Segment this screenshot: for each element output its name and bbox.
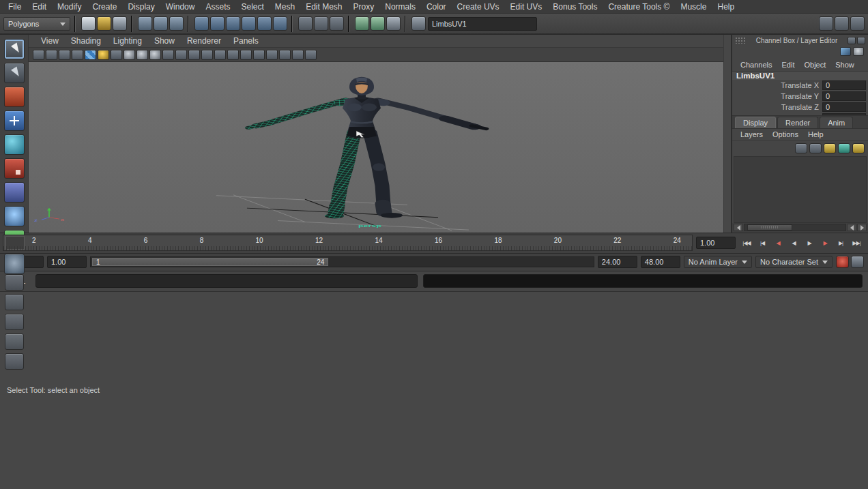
panel-splitter[interactable] bbox=[723, 35, 732, 233]
snap-curve-icon[interactable] bbox=[210, 16, 225, 31]
persp-graph-layout-icon[interactable] bbox=[5, 334, 24, 350]
channelbox-menu-show[interactable]: Show bbox=[831, 60, 858, 70]
playback-start-field[interactable]: 1.00 bbox=[47, 256, 87, 268]
menu-help[interactable]: Help bbox=[712, 1, 740, 13]
snapshot-icon[interactable] bbox=[305, 50, 317, 60]
quality-medium-icon[interactable] bbox=[136, 50, 148, 60]
channel-label[interactable]: Translate Z bbox=[732, 103, 822, 111]
anim-layer-dropdown[interactable]: No Anim Layer bbox=[684, 256, 752, 268]
smooth-shade-icon[interactable] bbox=[46, 50, 57, 60]
textured-icon[interactable] bbox=[85, 50, 96, 60]
animation-end-field[interactable]: 48.00 bbox=[641, 256, 680, 268]
channelbox-menu-edit[interactable]: Edit bbox=[777, 60, 798, 70]
menu-edit-mesh[interactable]: Edit Mesh bbox=[300, 1, 347, 13]
menu-proxy[interactable]: Proxy bbox=[348, 1, 380, 13]
create-empty-layer-icon[interactable] bbox=[824, 143, 836, 153]
resolution-gate-icon[interactable] bbox=[214, 50, 226, 60]
flat-shade-icon[interactable] bbox=[59, 50, 70, 60]
snap-plane-icon[interactable] bbox=[242, 16, 256, 31]
sync-layers-icon[interactable] bbox=[795, 143, 807, 153]
scroll-track[interactable] bbox=[744, 224, 846, 231]
last-tool-icon[interactable] bbox=[4, 254, 25, 274]
field-chart-icon[interactable] bbox=[240, 50, 252, 60]
paint-select-tool-icon[interactable] bbox=[4, 87, 25, 107]
viewport[interactable]: x z persp bbox=[29, 62, 723, 233]
panel-menu-panels[interactable]: Panels bbox=[228, 35, 264, 46]
channel-label[interactable]: Translate Y bbox=[732, 92, 822, 100]
current-time-field[interactable]: 1.00 bbox=[696, 237, 736, 249]
create-layer-from-selected-icon[interactable] bbox=[838, 143, 850, 153]
command-line-output[interactable] bbox=[423, 274, 863, 288]
camera-settings-icon[interactable] bbox=[188, 50, 200, 60]
soft-mod-tool-icon[interactable] bbox=[4, 206, 25, 226]
layer-menu-layers[interactable]: Layers bbox=[736, 130, 767, 139]
make-live-icon[interactable] bbox=[273, 16, 287, 31]
menu-assets[interactable]: Assets bbox=[200, 1, 235, 13]
create-new-layer-icon[interactable] bbox=[852, 143, 865, 153]
bounding-box-icon[interactable] bbox=[72, 50, 83, 60]
menu-modify[interactable]: Modify bbox=[52, 1, 87, 13]
scroll-right-icon[interactable] bbox=[857, 224, 867, 231]
menu-window[interactable]: Window bbox=[160, 1, 201, 13]
render-current-frame-icon[interactable] bbox=[355, 16, 369, 31]
menu-display[interactable]: Display bbox=[122, 1, 160, 13]
step-forward-frame-button[interactable]: ▶| bbox=[833, 236, 848, 250]
panel-menu-show[interactable]: Show bbox=[149, 35, 180, 46]
animation-preferences-icon[interactable] bbox=[851, 256, 864, 268]
channelbox-menu-object[interactable]: Object bbox=[800, 60, 830, 70]
select-component-icon[interactable] bbox=[169, 16, 184, 31]
select-hierarchy-icon[interactable] bbox=[138, 16, 152, 31]
channel-label[interactable]: Translate X bbox=[732, 81, 822, 89]
dock-panel-icon[interactable] bbox=[848, 37, 856, 44]
menu-edit[interactable]: Edit bbox=[27, 1, 52, 13]
channel-value-field[interactable]: 0 bbox=[822, 91, 866, 101]
channel-speed-icon[interactable] bbox=[840, 47, 851, 56]
layer-list[interactable] bbox=[734, 156, 867, 223]
hypershade-persp-layout-icon[interactable] bbox=[5, 353, 24, 370]
object-name[interactable]: LimbsUV1 bbox=[732, 72, 868, 80]
universal-manipulator-tool-icon[interactable] bbox=[4, 182, 25, 203]
single-pane-layout-icon[interactable] bbox=[5, 274, 24, 291]
attribute-editor-toggle-icon[interactable] bbox=[819, 16, 833, 31]
quality-high-icon[interactable] bbox=[149, 50, 161, 60]
menu-select[interactable]: Select bbox=[235, 1, 269, 13]
panel-menu-lighting[interactable]: Lighting bbox=[108, 35, 147, 46]
time-slider[interactable]: 24681012141618202224 bbox=[3, 235, 693, 251]
lasso-tool-icon[interactable] bbox=[4, 63, 25, 83]
select-tool-icon[interactable] bbox=[4, 39, 25, 59]
quality-low-icon[interactable] bbox=[124, 50, 135, 60]
rotate-tool-icon[interactable] bbox=[4, 134, 25, 155]
command-line-input[interactable] bbox=[35, 274, 418, 288]
step-back-key-button[interactable]: ◀ bbox=[770, 236, 785, 250]
shadows-icon[interactable] bbox=[111, 50, 122, 60]
layer-tab-render[interactable]: Render bbox=[777, 117, 818, 128]
play-backward-button[interactable]: ◀ bbox=[786, 236, 801, 250]
layer-tab-anim[interactable]: Anim bbox=[820, 117, 853, 128]
go-to-end-button[interactable]: ▶▶| bbox=[849, 236, 864, 250]
menu-muscle[interactable]: Muscle bbox=[675, 1, 712, 13]
sort-layers-icon[interactable] bbox=[809, 143, 822, 153]
quick-select-icon[interactable] bbox=[411, 16, 426, 31]
go-to-start-button[interactable]: |◀◀ bbox=[739, 236, 754, 250]
xray-icon[interactable] bbox=[162, 50, 174, 60]
panel-menu-renderer[interactable]: Renderer bbox=[182, 35, 227, 46]
backface-culling-icon[interactable] bbox=[175, 50, 187, 60]
snap-center-icon[interactable] bbox=[257, 16, 272, 31]
layer-menu-options[interactable]: Options bbox=[768, 130, 802, 139]
gate-mask-icon[interactable] bbox=[227, 50, 239, 60]
menu-edit-uvs[interactable]: Edit UVs bbox=[505, 1, 548, 13]
channelbox-menu-channels[interactable]: Channels bbox=[736, 60, 776, 70]
render-settings-icon[interactable] bbox=[386, 16, 401, 31]
construction-history-icon[interactable] bbox=[314, 16, 328, 31]
multi-component-icon[interactable] bbox=[292, 50, 304, 60]
character-set-dropdown[interactable]: No Character Set bbox=[755, 256, 833, 268]
play-forward-button[interactable]: ▶ bbox=[802, 236, 817, 250]
menu-mesh[interactable]: Mesh bbox=[270, 1, 300, 13]
isolate-select-icon[interactable] bbox=[266, 50, 278, 60]
close-panel-icon[interactable] bbox=[857, 37, 865, 44]
range-bar[interactable]: 1 24 bbox=[92, 258, 328, 266]
wireframe-icon[interactable] bbox=[33, 50, 44, 60]
menu-color[interactable]: Color bbox=[421, 1, 452, 13]
panel-grip[interactable] bbox=[735, 37, 746, 44]
film-gate-icon[interactable] bbox=[201, 50, 213, 60]
